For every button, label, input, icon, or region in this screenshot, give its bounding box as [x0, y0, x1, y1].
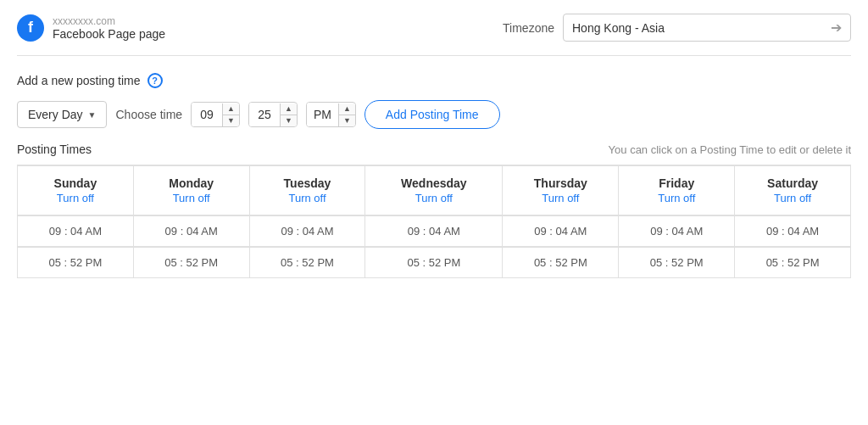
day-header: MondayTurn off: [134, 166, 249, 215]
turn-off-link[interactable]: Turn off: [372, 192, 495, 204]
minute-down-button[interactable]: ▼: [281, 115, 297, 126]
posting-times-title: Posting Times: [17, 143, 92, 156]
day-name: Saturday: [742, 176, 843, 190]
day-name: Friday: [626, 176, 727, 190]
choose-time-label: Choose time: [115, 108, 182, 121]
time-slot[interactable]: 09 : 04 AM: [619, 215, 734, 246]
page-info: xxxxxxxx.com Facebook Page page: [53, 15, 165, 41]
hour-value: 09: [192, 103, 222, 126]
ampm-down-button[interactable]: ▼: [339, 115, 355, 126]
page-header: f xxxxxxxx.com Facebook Page page Timezo…: [17, 14, 851, 56]
minute-spinner[interactable]: 25 ▲ ▼: [248, 102, 298, 127]
day-header: TuesdayTurn off: [250, 166, 365, 215]
arrow-right-icon: ➔: [831, 20, 842, 36]
day-column: SaturdayTurn off09 : 04 AM05 : 52 PM: [735, 165, 851, 277]
time-slot[interactable]: 09 : 04 AM: [365, 215, 502, 246]
timezone-label: Timezone: [503, 21, 554, 35]
add-posting-time-button[interactable]: Add Posting Time: [364, 100, 500, 129]
time-slot[interactable]: 09 : 04 AM: [18, 215, 133, 246]
help-icon[interactable]: ?: [147, 73, 163, 88]
day-column: FridayTurn off09 : 04 AM05 : 52 PM: [619, 165, 735, 277]
time-slot[interactable]: 05 : 52 PM: [735, 247, 850, 277]
turn-off-link[interactable]: Turn off: [626, 192, 727, 204]
schedule-main-row: SundayTurn off09 : 04 AM05 : 52 PMMonday…: [18, 165, 851, 277]
turn-off-link[interactable]: Turn off: [257, 192, 359, 204]
ampm-arrows: ▲ ▼: [338, 103, 355, 126]
time-slot[interactable]: 05 : 52 PM: [619, 247, 734, 277]
day-name: Wednesday: [372, 176, 495, 190]
day-header: ThursdayTurn off: [503, 166, 618, 215]
minute-up-button[interactable]: ▲: [281, 103, 297, 115]
time-slot[interactable]: 09 : 04 AM: [134, 215, 249, 246]
hour-up-button[interactable]: ▲: [223, 103, 239, 115]
add-controls-row: Every Day ▼ Choose time 09 ▲ ▼ 25 ▲ ▼: [17, 100, 851, 129]
day-name: Sunday: [25, 176, 126, 190]
time-slot[interactable]: 05 : 52 PM: [18, 247, 133, 277]
add-section-title: Add a new posting time: [17, 74, 141, 87]
turn-off-link[interactable]: Turn off: [141, 192, 242, 204]
time-slot[interactable]: 05 : 52 PM: [134, 247, 249, 277]
day-column: WednesdayTurn off09 : 04 AM05 : 52 PM: [365, 165, 503, 277]
time-slot[interactable]: 09 : 04 AM: [503, 215, 618, 246]
day-name: Thursday: [509, 176, 611, 190]
timezone-value: Hong Kong - Asia: [572, 21, 831, 35]
time-slot[interactable]: 05 : 52 PM: [365, 247, 502, 277]
minute-arrows: ▲ ▼: [280, 103, 297, 126]
page-name: Facebook Page page: [53, 27, 165, 41]
add-posting-section: Add a new posting time ? Every Day ▼ Cho…: [17, 56, 851, 143]
day-selector-label: Every Day: [28, 108, 83, 121]
day-name: Monday: [141, 176, 242, 190]
turn-off-link[interactable]: Turn off: [742, 192, 843, 204]
day-column: MondayTurn off09 : 04 AM05 : 52 PM: [133, 165, 249, 277]
posting-times-header: Posting Times You can click on a Posting…: [17, 143, 851, 165]
day-header: FridayTurn off: [619, 166, 734, 215]
day-header: SaturdayTurn off: [735, 166, 850, 215]
time-slot[interactable]: 09 : 04 AM: [250, 215, 365, 246]
time-slot[interactable]: 05 : 52 PM: [503, 247, 618, 277]
day-name: Tuesday: [257, 176, 359, 190]
day-column: TuesdayTurn off09 : 04 AM05 : 52 PM: [249, 165, 365, 277]
day-header: SundayTurn off: [18, 166, 133, 215]
day-column: ThursdayTurn off09 : 04 AM05 : 52 PM: [503, 165, 619, 277]
day-header: WednesdayTurn off: [365, 166, 502, 215]
timezone-wrapper[interactable]: Hong Kong - Asia ➔: [563, 14, 851, 42]
schedule-table: SundayTurn off09 : 04 AM05 : 52 PMMonday…: [17, 165, 851, 278]
day-column: SundayTurn off09 : 04 AM05 : 52 PM: [18, 165, 134, 277]
day-selector-dropdown[interactable]: Every Day ▼: [17, 101, 107, 128]
add-title-row: Add a new posting time ?: [17, 73, 851, 88]
turn-off-link[interactable]: Turn off: [25, 192, 126, 204]
hour-arrows: ▲ ▼: [222, 103, 239, 126]
page-identity: f xxxxxxxx.com Facebook Page page: [17, 14, 165, 42]
time-slot[interactable]: 05 : 52 PM: [250, 247, 365, 277]
ampm-spinner[interactable]: PM ▲ ▼: [306, 102, 356, 127]
facebook-icon: f: [17, 14, 44, 42]
page-url: xxxxxxxx.com: [53, 15, 165, 27]
timezone-section: Timezone Hong Kong - Asia ➔: [503, 14, 851, 42]
time-slot[interactable]: 09 : 04 AM: [735, 215, 850, 246]
hour-down-button[interactable]: ▼: [223, 115, 239, 126]
hour-spinner[interactable]: 09 ▲ ▼: [191, 102, 240, 127]
minute-value: 25: [249, 103, 280, 126]
ampm-up-button[interactable]: ▲: [339, 103, 355, 115]
turn-off-link[interactable]: Turn off: [509, 192, 611, 204]
chevron-down-icon: ▼: [88, 110, 97, 120]
ampm-value: PM: [307, 103, 338, 126]
posting-times-hint: You can click on a Posting Time to edit …: [609, 143, 851, 156]
